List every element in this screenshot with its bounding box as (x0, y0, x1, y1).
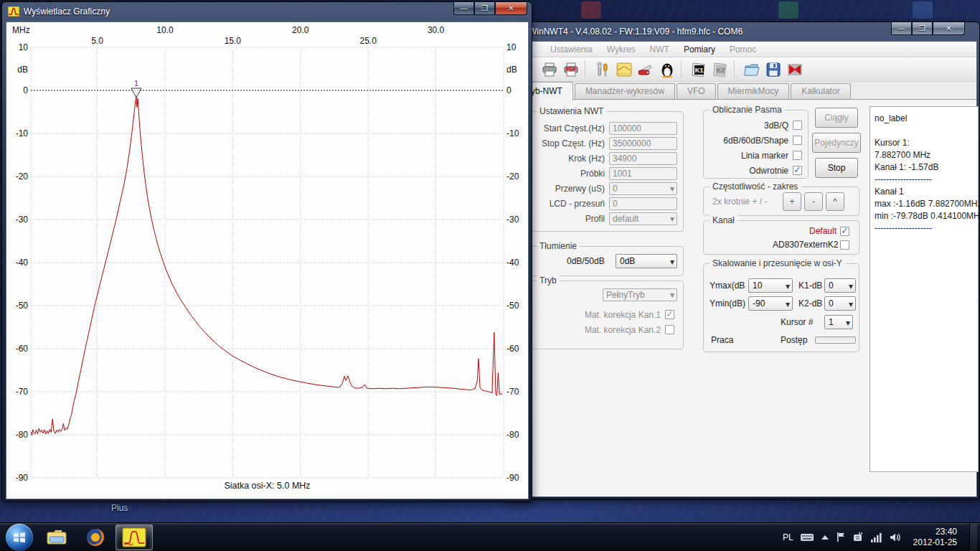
taskbar-firefox-button[interactable] (77, 524, 114, 550)
group-title: Częstotliwość - zakres (710, 182, 801, 192)
field-input[interactable]: 0 (609, 197, 677, 210)
taskbar-clock[interactable]: 23:40 2012-01-25 (908, 527, 963, 548)
stop-button[interactable]: Stop (815, 158, 858, 178)
freq-caret-button[interactable]: ^ (826, 192, 844, 211)
kursor-select[interactable]: 1 (824, 315, 853, 329)
minimize-button[interactable]: — (453, 2, 474, 15)
ymin-select[interactable]: -90 (748, 296, 793, 311)
group-title: Tryb (537, 276, 560, 286)
menu-item-nwt[interactable]: NWT (643, 42, 677, 57)
y-tick-label-left: -20 (16, 171, 29, 182)
taskbar-explorer-button[interactable] (38, 524, 75, 550)
menu-item-pomoc[interactable]: Pomoc (722, 42, 763, 57)
checkbox[interactable] (793, 151, 802, 160)
group-title: Ustawienia NWT (537, 106, 606, 116)
taskbar-nwt-display-button[interactable] (116, 524, 153, 550)
windows-logo-icon (13, 531, 26, 544)
y-tick-label-left: -90 (16, 473, 29, 483)
group-tlumienie: Tłumienie 0dB/50dB 0dB (530, 246, 684, 276)
y-tick-label-right: -30 (507, 215, 519, 225)
menu-item-wykres[interactable]: Wykres (600, 42, 643, 57)
field-row: Krok (Hz)34900 (537, 151, 677, 166)
tools-icon[interactable] (593, 60, 612, 79)
close-button[interactable]: ✕ (933, 22, 965, 35)
action-center-flag-icon[interactable] (836, 532, 846, 542)
signal-strength-icon[interactable] (870, 532, 883, 542)
checkbox[interactable] (665, 325, 674, 334)
printer-icon[interactable] (540, 60, 559, 79)
app-window-title: WinNWT4 - V.4.08.02 - FW:1.19:V09 - hfm9… (529, 27, 743, 37)
info-line: min :-79.78dB 0.414100MHz (875, 210, 974, 222)
keyboard-icon[interactable] (800, 532, 814, 542)
pdf-printer-icon[interactable]: PDF (562, 60, 580, 79)
pasmo-check-row: 3dB/Q (710, 118, 802, 133)
freq-plus-button[interactable]: + (783, 192, 801, 211)
k1-select[interactable]: 0 (824, 278, 856, 293)
checkbox[interactable] (793, 166, 802, 175)
menu-item-pomiary[interactable]: Pomiary (677, 42, 722, 57)
menu-item-ustawienia[interactable]: Ustawienia (543, 42, 600, 57)
group-title: Kanał (710, 215, 738, 225)
ci-g-y-button[interactable]: Ciągły (815, 108, 858, 128)
channel-default-checkbox[interactable] (840, 227, 849, 236)
x-tick-label: 15.0 (225, 36, 242, 46)
pojedynczy-button[interactable]: Pojedynczy (812, 133, 861, 153)
open-folder-icon[interactable] (743, 60, 761, 79)
k2-select[interactable]: 0 (824, 296, 856, 311)
language-indicator[interactable]: PL (783, 532, 793, 542)
ymin-label: Ymin(dB) (710, 298, 745, 309)
tab-manad-er-wykres-w[interactable]: Manadżer-wykresów (575, 83, 675, 99)
system-tray: PL 23:40 2012-01-25 (783, 523, 980, 551)
minimize-button[interactable]: — (891, 22, 912, 35)
start-button[interactable] (6, 524, 33, 551)
show-hidden-icon[interactable] (821, 534, 829, 541)
k1-icon[interactable]: K1 (689, 60, 708, 79)
desktop-icon-label[interactable]: Plus (111, 503, 128, 513)
safely-remove-icon[interactable] (852, 532, 864, 542)
field-row: Stop Częst. (Hz)35000000 (537, 136, 677, 151)
checkbox[interactable] (665, 310, 674, 319)
checkbox[interactable] (793, 136, 802, 145)
tab-miermikmocy[interactable]: MiermikMocy (717, 83, 790, 99)
toolbar-separator (734, 61, 738, 78)
x-tick-label: 5.0 (91, 36, 103, 46)
mode-select[interactable]: PełnyTryb (603, 288, 677, 301)
y-tick-label-left: -40 (16, 258, 29, 268)
tryb-check-row: Mat. korekcja Kan.2 (537, 322, 674, 337)
delete-graph-icon[interactable] (786, 60, 804, 79)
swiss-knife-icon[interactable] (636, 60, 655, 79)
field-select[interactable]: default (609, 212, 677, 225)
plot-titlebar[interactable]: Wyświetlacz Graficzny (2, 2, 532, 21)
y-tick-label-left: 10 (19, 42, 29, 52)
x-unit-label: MHz (12, 25, 30, 35)
maximize-button[interactable]: ❐ (474, 2, 495, 15)
k1-label: K1-dB (798, 281, 822, 291)
checkbox[interactable] (793, 121, 802, 130)
y-tick-label-left: -50 (16, 301, 29, 311)
field-select[interactable]: 0 (609, 182, 677, 195)
show-desktop-button[interactable] (969, 523, 977, 551)
k2-icon[interactable]: K2 (711, 60, 730, 79)
tab-kalkulator[interactable]: Kalkulator (791, 83, 850, 99)
field-input[interactable]: 1001 (609, 167, 677, 180)
penguin-icon[interactable] (658, 60, 677, 79)
x-grid-footer-label: Siatka osi-X: 5.0 MHz (224, 481, 310, 491)
maximize-button[interactable]: ❐ (912, 22, 933, 35)
freq-minus-button[interactable]: - (804, 192, 823, 211)
pasmo-check-row: Odwrotnie (710, 163, 802, 178)
ymax-select[interactable]: 10 (748, 278, 793, 293)
cursor-marker-number: 1 (134, 79, 138, 88)
chart-card-icon[interactable] (615, 60, 633, 79)
save-icon[interactable] (764, 60, 783, 79)
close-button[interactable]: ✕ (495, 2, 527, 15)
tab-vfo[interactable]: VFO (677, 83, 716, 99)
y-tick-label-right: -80 (507, 430, 519, 440)
field-input[interactable]: 34900 (609, 152, 677, 165)
attenuation-select[interactable]: 0dB (616, 254, 677, 268)
field-input[interactable]: 35000000 (609, 137, 677, 150)
volume-icon[interactable] (890, 532, 901, 542)
field-input[interactable]: 100000 (609, 122, 677, 135)
info-line: Kursor 1: (875, 137, 974, 149)
channel-default-label: Default (809, 226, 837, 236)
channel-ad8307-checkbox[interactable] (840, 240, 849, 250)
